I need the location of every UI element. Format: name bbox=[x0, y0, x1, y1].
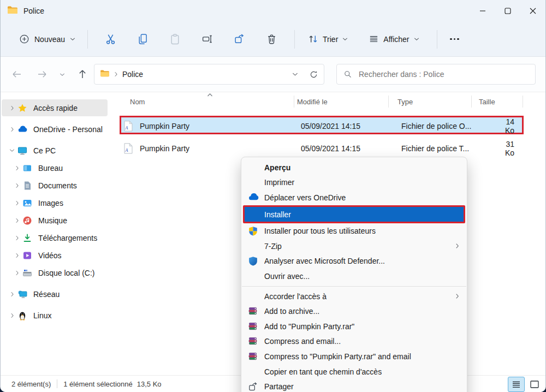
column-header-type[interactable]: Type bbox=[397, 98, 413, 106]
column-header-modified[interactable]: Modifié le bbox=[297, 98, 328, 106]
up-icon bbox=[78, 69, 87, 80]
large-icons-view-button[interactable] bbox=[526, 377, 543, 392]
sort-caret-icon bbox=[207, 93, 213, 97]
file-name: Pumpkin Party bbox=[140, 122, 301, 130]
chevron-right-icon[interactable] bbox=[13, 235, 21, 241]
delete-button[interactable] bbox=[256, 28, 288, 50]
chevron-down-icon[interactable] bbox=[8, 149, 16, 152]
menu-item-add-to-rar[interactable]: Add to "Pumpkin Party.rar" bbox=[241, 319, 467, 334]
menu-item-install-all-users[interactable]: Installer pour tous les utilisateurs bbox=[241, 223, 467, 239]
cut-button[interactable] bbox=[94, 28, 127, 50]
back-button[interactable] bbox=[9, 70, 25, 79]
menu-item-compress-email[interactable]: Compress and email... bbox=[241, 334, 467, 349]
chevron-right-icon[interactable] bbox=[13, 218, 21, 223]
sidebar-item-videos[interactable]: Vidéos bbox=[2, 247, 108, 264]
forward-button[interactable] bbox=[34, 70, 50, 79]
column-header-size[interactable]: Taille bbox=[479, 98, 495, 106]
documents-icon bbox=[21, 181, 34, 191]
chevron-right-icon[interactable] bbox=[8, 127, 16, 132]
share-icon bbox=[234, 33, 245, 45]
sidebar-item-downloads[interactable]: Téléchargements bbox=[2, 229, 108, 246]
winrar-icon bbox=[248, 336, 264, 346]
svg-text:A: A bbox=[124, 125, 128, 130]
title-bar: Police bbox=[1, 0, 545, 22]
share-icon bbox=[248, 382, 264, 392]
menu-separator bbox=[242, 286, 466, 287]
chevron-right-icon[interactable] bbox=[13, 270, 21, 276]
winrar-icon bbox=[248, 306, 264, 316]
sidebar-item-music[interactable]: Musique bbox=[2, 212, 108, 229]
rename-button[interactable] bbox=[191, 28, 223, 50]
menu-item-share[interactable]: Partager bbox=[241, 379, 467, 392]
sidebar-item-local-disk[interactable]: Disque local (C:) bbox=[2, 264, 108, 281]
pictures-icon bbox=[21, 198, 34, 208]
menu-item-move-to-onedrive[interactable]: Déplacer vers OneDrive bbox=[241, 190, 467, 205]
rename-icon bbox=[201, 33, 213, 45]
menu-item-copy-as-path[interactable]: Copier en tant que chemin d'accès bbox=[241, 364, 467, 379]
sidebar-item-this-pc[interactable]: Ce PC bbox=[2, 142, 108, 159]
search-box[interactable] bbox=[336, 64, 536, 85]
submenu-chevron-icon bbox=[455, 293, 459, 299]
sidebar-item-onedrive[interactable]: OneDrive - Personal bbox=[2, 121, 108, 138]
breadcrumb[interactable]: Police bbox=[122, 70, 143, 79]
menu-item-add-to-archive[interactable]: Add to archive... bbox=[241, 304, 467, 319]
menu-item-print[interactable]: Imprimer bbox=[241, 175, 467, 191]
menu-item-compress-to-rar-email[interactable]: Compress to "Pumpkin Party.rar" and emai… bbox=[241, 349, 467, 364]
chevron-down-icon bbox=[70, 37, 75, 41]
linux-penguin-icon bbox=[16, 311, 29, 320]
file-row-pumpkin-party-otf[interactable]: A Pumpkin Party 05/09/2021 14:15 Fichier… bbox=[120, 116, 524, 134]
file-name: Pumpkin Party bbox=[140, 144, 301, 153]
view-icon bbox=[369, 34, 379, 44]
menu-item-defender-scan[interactable]: Analyser avec Microsoft Defender... bbox=[241, 254, 467, 269]
sidebar-item-network[interactable]: Réseau bbox=[2, 286, 108, 302]
chevron-right-icon[interactable] bbox=[13, 253, 21, 258]
sidebar-item-documents[interactable]: Documents bbox=[2, 177, 108, 194]
refresh-button[interactable] bbox=[309, 70, 318, 79]
sidebar-item-quick-access[interactable]: Accès rapide bbox=[2, 99, 108, 116]
window-title: Police bbox=[23, 7, 44, 15]
copy-button[interactable] bbox=[127, 28, 159, 50]
maximize-button[interactable] bbox=[495, 0, 520, 22]
address-bar[interactable]: Police bbox=[94, 64, 324, 85]
column-header-name[interactable]: Nom bbox=[130, 98, 145, 106]
view-button[interactable]: Afficher bbox=[362, 29, 425, 49]
minimize-icon bbox=[479, 8, 486, 14]
recent-locations-button[interactable] bbox=[57, 73, 67, 76]
cut-icon bbox=[105, 33, 116, 45]
paste-icon bbox=[169, 33, 181, 45]
chevron-right-icon[interactable] bbox=[13, 200, 21, 206]
new-button[interactable]: Nouveau bbox=[14, 29, 81, 49]
sidebar-item-desktop[interactable]: Bureau bbox=[2, 159, 108, 176]
menu-item-open-with[interactable]: Ouvrir avec... bbox=[241, 269, 467, 284]
close-button[interactable] bbox=[520, 0, 545, 22]
sidebar-item-pictures[interactable]: Images bbox=[2, 194, 108, 211]
sidebar-item-linux[interactable]: Linux bbox=[2, 307, 108, 324]
menu-item-install[interactable]: Installer bbox=[243, 205, 465, 224]
chevron-right-icon[interactable] bbox=[8, 313, 16, 318]
menu-item-7zip[interactable]: 7-Zip bbox=[241, 239, 467, 254]
menu-item-give-access[interactable]: Accorder l'accès à bbox=[241, 289, 467, 304]
minimize-button[interactable] bbox=[470, 0, 495, 22]
address-dropdown-icon[interactable] bbox=[292, 72, 298, 76]
up-button[interactable] bbox=[75, 69, 90, 80]
share-button[interactable] bbox=[223, 28, 256, 50]
details-view-icon bbox=[512, 381, 520, 388]
paste-button[interactable] bbox=[159, 28, 191, 50]
defender-shield-icon bbox=[248, 256, 264, 266]
sort-button[interactable]: Trier bbox=[301, 29, 354, 49]
chevron-right-icon[interactable] bbox=[13, 183, 21, 188]
toolbar-separator bbox=[87, 30, 88, 49]
sort-icon bbox=[308, 34, 318, 44]
computer-icon bbox=[16, 146, 29, 156]
chevron-right-icon[interactable] bbox=[8, 105, 16, 111]
file-row-pumpkin-party-ttf[interactable]: A Pumpkin Party 05/09/2021 14:15 Fichier… bbox=[120, 138, 524, 157]
winrar-icon bbox=[248, 322, 264, 331]
chevron-right-icon[interactable] bbox=[13, 165, 21, 171]
plus-circle-icon bbox=[19, 34, 29, 44]
search-input[interactable] bbox=[358, 69, 518, 79]
menu-item-preview[interactable]: Aperçu bbox=[241, 160, 467, 175]
chevron-right-icon[interactable] bbox=[8, 292, 16, 297]
details-view-button[interactable] bbox=[508, 377, 525, 392]
breadcrumb-chevron-icon bbox=[114, 72, 118, 77]
more-options-button[interactable] bbox=[444, 28, 466, 50]
